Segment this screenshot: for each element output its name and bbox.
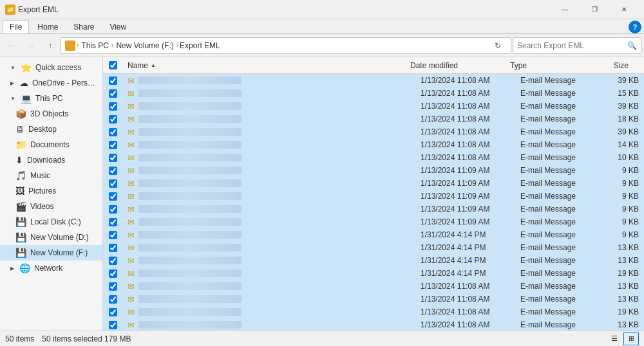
select-all-checkbox[interactable]	[103, 61, 122, 69]
sidebar-item-3d-objects[interactable]: 📦 3D Objects	[0, 106, 102, 122]
row-type: E-mail Message	[515, 243, 599, 252]
table-row[interactable]: ✉ 1/13/2024 11:08 AM E-mail Message 13 K…	[103, 280, 644, 293]
column-name[interactable]: Name ▲	[122, 61, 405, 70]
table-row[interactable]: ✉ 1/31/2024 4:14 PM E-mail Message 19 KB	[103, 267, 644, 280]
file-name	[138, 321, 242, 329]
close-button[interactable]: ✕	[609, 0, 639, 19]
row-checkbox[interactable]	[103, 89, 122, 98]
table-row[interactable]: ✉ 1/13/2024 11:09 AM E-mail Message 9 KB	[103, 177, 644, 190]
table-row[interactable]: ✉ 1/13/2024 11:08 AM E-mail Message 39 K…	[103, 125, 644, 138]
table-row[interactable]: ✉ 1/13/2024 11:08 AM E-mail Message 10 K…	[103, 151, 644, 164]
row-checkbox[interactable]	[103, 282, 122, 291]
table-row[interactable]: ✉ 1/13/2024 11:08 AM E-mail Message 13 K…	[103, 318, 644, 331]
row-size: 19 KB	[599, 307, 644, 316]
large-icons-view-button[interactable]: ⊞	[623, 332, 639, 345]
table-row[interactable]: ✉ 1/13/2024 11:08 AM E-mail Message 13 K…	[103, 293, 644, 305]
column-date-modified[interactable]: Date modified	[405, 61, 505, 70]
row-name: ✉	[122, 217, 415, 227]
sidebar-item-local-disk-c[interactable]: 💾 Local Disk (C:)	[0, 214, 102, 230]
table-row[interactable]: ✉ 1/13/2024 11:08 AM E-mail Message 14 K…	[103, 138, 644, 151]
table-row[interactable]: ✉ 1/13/2024 11:09 AM E-mail Message 9 KB	[103, 190, 644, 203]
row-checkbox[interactable]	[103, 308, 122, 316]
tab-file[interactable]: File	[3, 20, 29, 33]
tab-share[interactable]: Share	[66, 20, 101, 33]
row-checkbox[interactable]	[103, 141, 122, 149]
email-file-icon: ✉	[128, 217, 135, 227]
sidebar-item-new-volume-d[interactable]: 💾 New Volume (D:)	[0, 230, 102, 245]
row-size: 18 KB	[599, 114, 644, 123]
search-input[interactable]	[517, 41, 625, 50]
table-row[interactable]: ✉ 1/13/2024 11:09 AM E-mail Message 9 KB	[103, 203, 644, 215]
table-row[interactable]: ✉ 1/31/2024 4:14 PM E-mail Message 13 KB	[103, 241, 644, 254]
table-row[interactable]: ✉ 1/31/2024 4:14 PM E-mail Message 9 KB	[103, 228, 644, 241]
row-checkbox[interactable]	[103, 257, 122, 265]
column-size[interactable]: Size	[589, 61, 634, 70]
row-date: 1/13/2024 11:09 AM	[415, 166, 515, 175]
table-row[interactable]: ✉ 1/31/2024 4:14 PM E-mail Message 13 KB	[103, 254, 644, 267]
column-type[interactable]: Type	[505, 61, 589, 70]
sidebar-item-pictures[interactable]: 🖼 Pictures	[0, 183, 102, 199]
sidebar-item-videos[interactable]: 🎬 Videos	[0, 199, 102, 214]
help-button[interactable]: ?	[629, 21, 641, 33]
refresh-button[interactable]: ↻	[489, 37, 507, 54]
checkbox-all[interactable]	[109, 61, 117, 69]
tab-view[interactable]: View	[102, 20, 133, 33]
row-name: ✉	[122, 166, 415, 176]
breadcrumb-this-pc[interactable]: This PC	[80, 41, 110, 50]
table-row[interactable]: ✉ 1/13/2024 11:08 AM E-mail Message 39 K…	[103, 100, 644, 113]
row-name: ✉	[122, 114, 415, 124]
row-checkbox[interactable]	[103, 205, 122, 214]
row-checkbox[interactable]	[103, 115, 122, 123]
sidebar-item-downloads[interactable]: ⬇ Downloads	[0, 152, 102, 168]
sidebar-item-desktop[interactable]: 🖥 Desktop	[0, 122, 102, 137]
status-bar: 50 items 50 items selected 179 MB ☰ ⊞	[0, 331, 644, 346]
folder-icon: 📦	[15, 109, 26, 119]
sidebar-item-network[interactable]: ▶ 🌐 Network	[0, 260, 102, 276]
row-checkbox[interactable]	[103, 128, 122, 136]
row-checkbox[interactable]	[103, 154, 122, 162]
search-bar[interactable]: 🔍	[513, 37, 641, 54]
tab-home[interactable]: Home	[30, 20, 65, 33]
table-row[interactable]: ✉ 1/13/2024 11:08 AM E-mail Message 15 K…	[103, 87, 644, 100]
breadcrumb[interactable]: › This PC › New Volume (F:) › Export EML…	[61, 37, 511, 54]
row-checkbox[interactable]	[103, 269, 122, 278]
row-checkbox[interactable]	[103, 218, 122, 226]
app-icon: 📁	[5, 5, 15, 15]
row-checkbox[interactable]	[103, 321, 122, 329]
row-checkbox[interactable]	[103, 192, 122, 201]
row-checkbox[interactable]	[103, 77, 122, 85]
table-row[interactable]: ✉ 1/13/2024 11:09 AM E-mail Message 9 KB	[103, 215, 644, 228]
file-list-header: Name ▲ Date modified Type Size	[103, 57, 644, 74]
row-size: 14 KB	[599, 140, 644, 149]
table-row[interactable]: ✉ 1/13/2024 11:08 AM E-mail Message 39 K…	[103, 74, 644, 87]
sidebar-item-onedrive[interactable]: ▶ ☁ OneDrive - Personal	[0, 75, 102, 91]
row-type: E-mail Message	[515, 89, 599, 98]
sidebar-item-documents[interactable]: 📁 Documents	[0, 137, 102, 152]
file-name	[138, 128, 242, 136]
breadcrumb-new-volume-f[interactable]: New Volume (F:)	[115, 41, 175, 50]
sidebar-item-this-pc[interactable]: ▼ 💻 This PC	[0, 91, 102, 106]
row-checkbox[interactable]	[103, 102, 122, 111]
row-checkbox[interactable]	[103, 295, 122, 304]
minimize-button[interactable]: —	[550, 0, 580, 19]
sidebar-item-quick-access[interactable]: ▼ ⭐ Quick access	[0, 60, 102, 75]
back-button[interactable]: ←	[3, 37, 21, 55]
sidebar-item-new-volume-f[interactable]: 💾 New Volume (F:)	[0, 245, 102, 260]
table-row[interactable]: ✉ 1/13/2024 11:08 AM E-mail Message 18 K…	[103, 113, 644, 125]
file-name	[138, 167, 242, 174]
row-checkbox[interactable]	[103, 244, 122, 252]
row-checkbox[interactable]	[103, 167, 122, 175]
table-row[interactable]: ✉ 1/13/2024 11:09 AM E-mail Message 9 KB	[103, 164, 644, 177]
row-checkbox[interactable]	[103, 179, 122, 188]
details-view-button[interactable]: ☰	[607, 332, 622, 345]
row-type: E-mail Message	[515, 114, 599, 123]
forward-button[interactable]: →	[22, 37, 40, 55]
row-size: 9 KB	[599, 192, 644, 201]
row-date: 1/13/2024 11:08 AM	[415, 127, 515, 136]
sidebar-item-music[interactable]: 🎵 Music	[0, 168, 102, 183]
table-row[interactable]: ✉ 1/13/2024 11:08 AM E-mail Message 19 K…	[103, 305, 644, 318]
row-checkbox[interactable]	[103, 231, 122, 239]
up-button[interactable]: ↑	[41, 37, 59, 55]
network-icon: 🌐	[19, 263, 30, 273]
maximize-button[interactable]: ❐	[580, 0, 609, 19]
